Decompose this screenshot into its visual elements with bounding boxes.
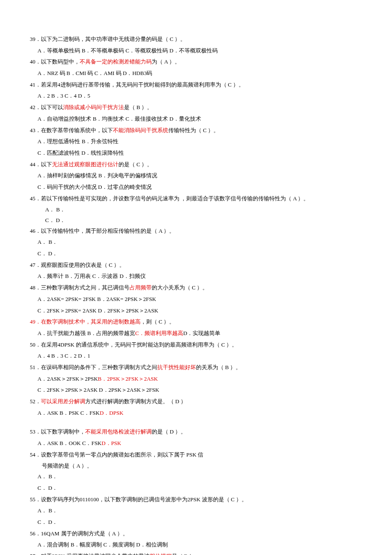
q45-opt2: C． D． bbox=[30, 215, 366, 226]
question-44: 44．以下无法通过观察眼图进行估计的是（ C ）。 bbox=[30, 159, 366, 170]
question-46: 46．以下传输特性中，属于部分相应传输特性的是（ A ）。 bbox=[30, 226, 366, 237]
q42-text-b: 是（ B ）。 bbox=[124, 104, 153, 110]
q48-text-a: 48．三种数字调制方式之间，其已调信号 bbox=[30, 284, 130, 291]
q43-opt1: A．理想低通特性 B．升余弦特性 bbox=[30, 136, 366, 147]
q52-opt-d: D．DPSK bbox=[100, 408, 124, 419]
question-40: 40．以下数码型中，不具备一定的检测差错能力码为（ A ）。 bbox=[30, 57, 366, 67]
question-43: 43．在数字基带传输系统中，以下不能消除码间干扰系统传输特性为（ C ）。 bbox=[30, 125, 366, 136]
q51-text-b: 的关系为（ B ）。 bbox=[196, 364, 241, 370]
q42-options: A．自动增益控制技术 B．均衡技术 C．最佳接收技术 D．量化技术 bbox=[30, 114, 366, 124]
q44-text-a: 44．以下 bbox=[30, 161, 52, 168]
question-41: 41．若采用4进制码进行基带传输，其无码间干扰时能得到的最高频谱利用率为（ C … bbox=[30, 80, 366, 90]
q49-text-b: ，则（ C ）。 bbox=[141, 318, 175, 325]
q53-opt-abc: A．ASK B．OOK C．FSK bbox=[37, 438, 101, 449]
q54-opt1: A． B． bbox=[30, 471, 366, 482]
q55-opt2: C． D． bbox=[30, 517, 366, 528]
question-53: 53．以下数字调制中，不能采用包络检波进行解调的是（ D ）。 bbox=[30, 427, 366, 437]
q44-text-b: 的是（ C ）。 bbox=[118, 161, 153, 168]
q49-opt-c: C．频谱利用率越高 bbox=[135, 328, 183, 339]
q52-opt-abc: A．ASK B．PSK C．FSK bbox=[37, 408, 100, 419]
q48-opt1: A．2ASK= 2PSK= 2FSK B．2ASK= 2PSK＞2FSK bbox=[30, 294, 366, 305]
q46-opt1: A． B． bbox=[30, 237, 366, 248]
q39-text-a: 39．以下为二进制码，其中功率谱中无线谱分量的码是（ bbox=[30, 36, 168, 42]
question-56: 56．16QAM 属于的调制方式是（ A ）。 bbox=[30, 529, 366, 539]
q53-text-a: 53．以下数字调制中， bbox=[30, 428, 85, 435]
q53-text-b: 的是（ D ）。 bbox=[152, 428, 186, 435]
q45-opt1: A． B． bbox=[30, 205, 366, 215]
q41-options: A．2 B．3 C．4 D．5 bbox=[30, 91, 366, 101]
q54-opt2: C． D． bbox=[30, 483, 366, 494]
question-55: 55．设数字码序列为0110100，以下数字调制的已调信号波形中为2PSK 波形… bbox=[30, 494, 366, 505]
q51-red: 抗干扰性能好坏 bbox=[157, 364, 196, 370]
q56-options: A．混合调制 B．幅度调制 C．频度调制 D．相位调制 bbox=[30, 540, 366, 550]
q40-text-a: 40．以下数码型中， bbox=[30, 58, 80, 65]
q43-opt2: C．匹配滤波特性 D．线性滚降特性 bbox=[30, 148, 366, 159]
q44-red: 无法通过观察眼图进行估计 bbox=[52, 161, 118, 168]
q51-opt1: A．2ASK＞2FSK＞2PSK B．2PSK＞2FSK＞2ASK bbox=[30, 374, 366, 384]
q52-text-a: 52． bbox=[30, 398, 41, 405]
q40-text-b: 为（ A ）。 bbox=[152, 58, 180, 65]
q49-options: A．抗干扰能力越强 B．占用的频带越宽 C．频谱利用率越高 D．实现越简单 bbox=[30, 328, 366, 339]
question-49: 49．在数字调制技术中，其采用的进制数越高，则（ C ）。 bbox=[30, 317, 366, 327]
q48-red: 占用频带 bbox=[130, 284, 152, 291]
question-54-line2: 号频谱的是（ A ）。 bbox=[30, 461, 366, 471]
q49-opt-d: D．实现越简单 bbox=[183, 328, 220, 339]
q51-opt1-a: A．2ASK＞2FSK＞2PSK bbox=[37, 374, 98, 384]
q42-red: 消除或减小码间干扰方法 bbox=[63, 104, 124, 110]
question-45: 45．若以下传输特性是可实现的，并设数字信号的码元速率为 ，则最适合于该数字信号… bbox=[30, 194, 366, 204]
q51-opt2: C．2FSK＞2PSK＞2ASK D．2PSK＞2ASK＞2FSK bbox=[30, 385, 366, 396]
q53-red: 不能采用包络检波进行解调 bbox=[85, 428, 152, 435]
question-48: 48．三种数字调制方式之间，其已调信号占用频带的大小关系为（ C ）。 bbox=[30, 283, 366, 293]
q40-red: 不具备一定的检测差错能力码 bbox=[80, 58, 152, 65]
q57-red: 相位模糊 bbox=[150, 553, 172, 555]
q43-text-a: 43．在数字基带传输系统中，以下 bbox=[30, 127, 113, 133]
q52-text-b: 方式进行解调的数字调制方式是。（ D ） bbox=[85, 398, 186, 405]
q52-red: 可以采用差分解调 bbox=[41, 398, 85, 405]
q57-text-b: 是（ B ）。 bbox=[172, 553, 200, 555]
q42-text-a: 42．以下可以 bbox=[30, 104, 63, 110]
q57-text-a: 57．对于2PSK 采用直接法载波同步会带来的载波 bbox=[30, 553, 150, 555]
question-51: 51．在误码率相同的条件下，三种数字调制方式之间抗干扰性能好坏的关系为（ B ）… bbox=[30, 362, 366, 373]
question-57: 57．对于2PSK 采用直接法载波同步会带来的载波相位模糊是（ B ）。 bbox=[30, 551, 366, 555]
q49-opt-ab: A．抗干扰能力越强 B．占用的频带越宽 bbox=[37, 328, 135, 339]
q53-opt-d: D．PSK bbox=[101, 438, 121, 449]
q44-opt2: C．码间干扰的大小情况 D．过零点的畸变情况 bbox=[30, 182, 366, 193]
question-54-line1: 54．设数字基带信号第一零点内的频谱如右图所示，则以下属于 PSK 信 bbox=[30, 450, 366, 460]
q48-text-b: 的大小关系为（ C ）。 bbox=[152, 284, 208, 291]
q39-answer: C bbox=[168, 36, 175, 42]
q51-text-a: 51．在误码率相同的条件下，三种数字调制方式之间 bbox=[30, 364, 157, 370]
question-42: 42．以下可以消除或减小码间干扰方法是（ B ）。 bbox=[30, 102, 366, 113]
q52-options: A．ASK B．PSK C．FSK D．DPSK bbox=[30, 408, 366, 419]
q49-red: 49．在数字调制技术中，其采用的进制数越高 bbox=[30, 318, 141, 325]
question-47: 47．观察眼图应使用的仪表是（ C ）。 bbox=[30, 260, 366, 271]
q39-text-b: ）。 bbox=[175, 36, 186, 42]
q50-options: A．4 B．3 C．2 D．1 bbox=[30, 351, 366, 361]
q47-options: A．频率计 B．万用表 C．示波器 D．扫频仪 bbox=[30, 271, 366, 282]
q43-text-b: 传输特性为（ C ）。 bbox=[168, 127, 219, 133]
question-50: 50．在采用4DPSK 的通信系统中，无码间干扰时能达到的最高频谱利用率为（ C… bbox=[30, 340, 366, 350]
q48-opt2: C．2FSK＞2PSK= 2ASK D．2FSK＞2PSK＞2ASK bbox=[30, 306, 366, 316]
q53-options: A．ASK B．OOK C．FSK D．PSK bbox=[30, 438, 366, 449]
q55-opt1: A． B． bbox=[30, 506, 366, 516]
q43-red: 不能消除码间干扰系统 bbox=[113, 127, 168, 133]
q39-options: A．等概单极性码 B．不等概单极码 C．等概双极性码 D．不等概双极性码 bbox=[30, 46, 366, 56]
question-39: 39．以下为二进制码，其中功率谱中无线谱分量的码是（ C ）。 bbox=[30, 34, 366, 45]
q40-options: A．NRZ 码 B．CMI 码 C．AMI 码 D．HDB3码 bbox=[30, 68, 366, 79]
q44-opt1: A．抽样时刻的偏移情况 B．判决电平的偏移情况 bbox=[30, 171, 366, 181]
question-52: 52．可以采用差分解调方式进行解调的数字调制方式是。（ D ） bbox=[30, 396, 366, 407]
q51-opt1-b: B．2PSK＞2FSK＞2ASK bbox=[98, 374, 158, 384]
q46-opt2: C． D． bbox=[30, 249, 366, 259]
